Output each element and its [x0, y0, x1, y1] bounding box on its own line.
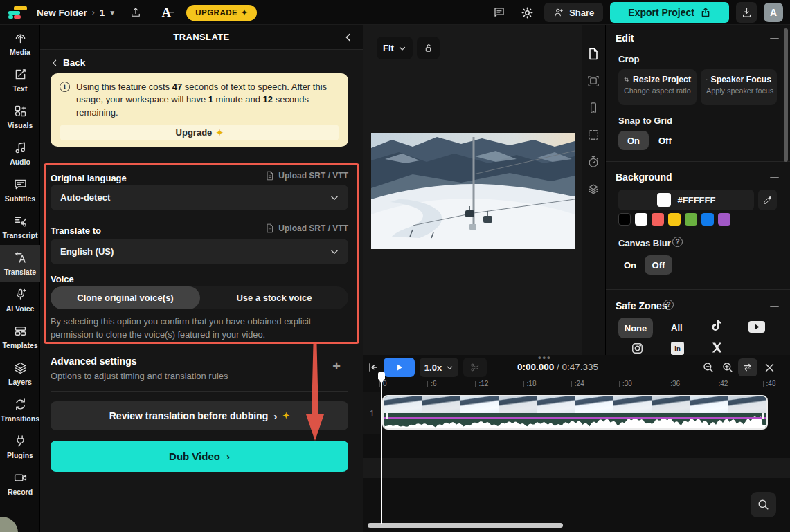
- safe-zone-all-button[interactable]: All: [671, 322, 683, 333]
- fit-timeline-button[interactable]: [738, 358, 757, 376]
- canvas-blur-help-icon[interactable]: ?: [672, 237, 683, 247]
- timeline-ruler[interactable]: 0:6:12:18:24:30:36:42:48: [363, 377, 790, 392]
- color-swatch[interactable]: [635, 213, 647, 226]
- sidebar-item-visuals[interactable]: Visuals: [0, 98, 40, 135]
- sidebar-item-templates[interactable]: Templates: [0, 318, 40, 355]
- upload-button[interactable]: [125, 3, 146, 22]
- blur-on-button[interactable]: On: [624, 260, 636, 270]
- close-timeline-button[interactable]: [762, 360, 777, 375]
- collapse-safe-zones-button[interactable]: [770, 306, 779, 307]
- avatar[interactable]: A: [764, 3, 783, 22]
- resize-project-card[interactable]: Resize Project Change aspect ratio: [618, 69, 697, 105]
- upload-srt-target-button[interactable]: Upload SRT / VTT: [266, 223, 348, 233]
- download-button[interactable]: [736, 2, 757, 23]
- resize-tool-button[interactable]: [585, 73, 602, 89]
- safe-zone-instagram-button[interactable]: [631, 342, 644, 355]
- clone-voice-option[interactable]: Clone original voice(s): [51, 286, 200, 309]
- sidebar-item-transcript[interactable]: Transcript: [0, 208, 40, 245]
- upload-icon: [129, 6, 142, 19]
- playhead[interactable]: [381, 372, 382, 524]
- brand-kit-button[interactable]: A̶: [156, 3, 177, 22]
- safe-area-button[interactable]: [585, 127, 602, 143]
- zoom-in-button[interactable]: [720, 360, 735, 375]
- collapse-background-button[interactable]: [770, 177, 779, 178]
- settings-button[interactable]: [517, 3, 537, 22]
- speaker-focus-card[interactable]: Speaker Focus Apply speaker focus: [701, 69, 777, 105]
- safe-zone-none-button[interactable]: None: [618, 318, 653, 338]
- original-language-select[interactable]: Auto-detect: [51, 185, 348, 210]
- back-button[interactable]: Back: [51, 57, 85, 68]
- color-swatch[interactable]: [701, 213, 714, 226]
- review-translation-button[interactable]: Review translation before dubbing › ✦: [51, 401, 348, 430]
- split-clip-button[interactable]: [463, 358, 487, 377]
- video-frame-snow-mountains: [371, 133, 575, 249]
- color-swatch[interactable]: [685, 213, 697, 226]
- safe-zone-youtube-button[interactable]: [748, 321, 765, 333]
- background-hex-value: #FFFFFF: [678, 195, 716, 205]
- volume-line[interactable]: [384, 417, 766, 419]
- upgrade-inline-button[interactable]: Upgrade ✦: [60, 125, 339, 140]
- blur-off-button[interactable]: Off: [645, 255, 672, 275]
- sidebar-item-transitions[interactable]: Transitions: [0, 392, 40, 428]
- ruler-tick-label: :12: [478, 380, 488, 387]
- dub-video-button[interactable]: Dub Video ›: [51, 441, 348, 472]
- page-tool-button[interactable]: [585, 46, 602, 62]
- advanced-settings-expand-button[interactable]: +: [332, 358, 341, 374]
- empty-track-lane[interactable]: [363, 458, 790, 478]
- zoom-out-button[interactable]: [701, 360, 716, 375]
- layers-view-button[interactable]: [585, 181, 602, 197]
- comment-icon: [493, 6, 505, 19]
- export-project-button[interactable]: Export Project: [610, 2, 729, 23]
- fit-zoom-button[interactable]: Fit: [377, 37, 413, 59]
- video-canvas[interactable]: [371, 133, 575, 249]
- safe-zones-help-icon[interactable]: ?: [663, 300, 674, 310]
- sidebar-item-translate[interactable]: Translate: [0, 245, 40, 282]
- color-swatch[interactable]: [668, 213, 681, 226]
- sidebar-item-media[interactable]: Media: [0, 25, 40, 62]
- app-logo[interactable]: [8, 6, 27, 19]
- video-clip[interactable]: [382, 395, 768, 430]
- lock-button[interactable]: [417, 37, 440, 59]
- timeline-search-button[interactable]: [751, 492, 776, 517]
- timeline-horizontal-scrollbar[interactable]: [368, 523, 563, 528]
- eyedropper-button[interactable]: [758, 190, 777, 210]
- timeline-drag-handle[interactable]: •••: [538, 352, 552, 363]
- color-swatch[interactable]: [718, 213, 730, 226]
- comments-button[interactable]: [489, 3, 510, 22]
- safe-zone-x-button[interactable]: [711, 342, 723, 354]
- panel-collapse-button[interactable]: [341, 30, 356, 45]
- breadcrumb-project[interactable]: 1: [100, 8, 105, 18]
- sidebar-item-ai-voice[interactable]: AI Voice: [0, 282, 40, 318]
- music-note-icon: [13, 140, 28, 155]
- sidebar-item-layers[interactable]: Layers: [0, 355, 40, 392]
- upload-srt-original-button[interactable]: Upload SRT / VTT: [266, 171, 348, 181]
- sidebar-item-record[interactable]: Record: [0, 465, 40, 502]
- snap-on-button[interactable]: On: [618, 131, 649, 150]
- breadcrumb-folder[interactable]: New Folder: [37, 8, 87, 18]
- safe-zone-linkedin-button[interactable]: in: [671, 342, 684, 355]
- translate-to-select[interactable]: English (US): [51, 239, 348, 264]
- sidebar-item-text[interactable]: Text: [0, 62, 40, 98]
- back-label: Back: [63, 57, 85, 68]
- sidebar-item-plugins[interactable]: Plugins: [0, 428, 40, 465]
- mobile-view-button[interactable]: [585, 100, 602, 116]
- upgrade-button[interactable]: UPGRADE ✦: [186, 5, 257, 21]
- stock-voice-option[interactable]: Use a stock voice: [200, 293, 348, 303]
- chevron-down-icon[interactable]: ▼: [109, 9, 116, 17]
- play-button[interactable]: [384, 358, 415, 377]
- color-swatch[interactable]: [652, 213, 664, 226]
- inspector-scrollbar[interactable]: [784, 28, 788, 162]
- color-swatch[interactable]: [618, 213, 631, 226]
- share-button[interactable]: Share: [544, 3, 603, 22]
- collapse-edit-button[interactable]: [770, 38, 779, 39]
- upload-srt-label: Upload SRT / VTT: [278, 171, 348, 181]
- ruler-tick-label: :36: [670, 380, 680, 387]
- sidebar-item-audio[interactable]: Audio: [0, 135, 40, 172]
- safe-zone-tiktok-button[interactable]: [710, 318, 724, 335]
- playback-speed-button[interactable]: 1.0x: [420, 358, 458, 377]
- sidebar-item-subtitles[interactable]: Subtitles: [0, 172, 40, 208]
- background-color-field[interactable]: #FFFFFF: [618, 190, 754, 210]
- eyedropper-icon: [762, 195, 773, 205]
- timer-button[interactable]: [585, 154, 602, 170]
- snap-off-button[interactable]: Off: [658, 136, 672, 146]
